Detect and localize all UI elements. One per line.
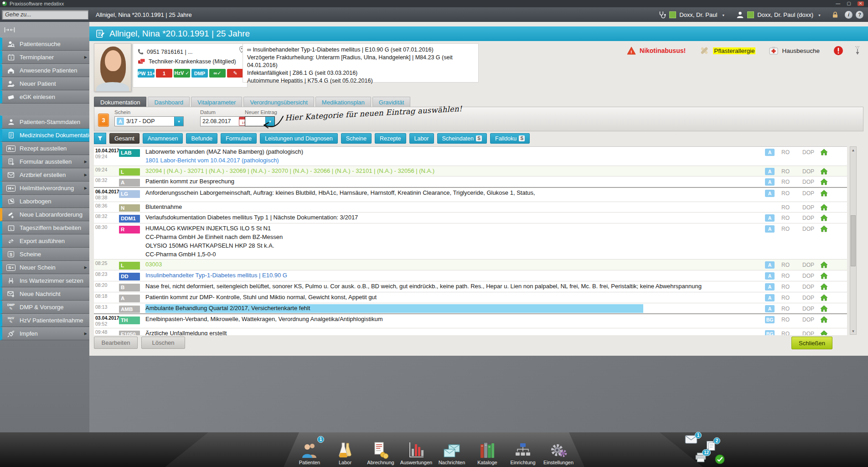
chevron-down-icon[interactable]: ▼ [818,14,821,17]
table-row[interactable]: 10.04.201709:24LABLaborwerte vorhanden (… [94,147,847,166]
minimize-icon[interactable]: — [836,1,840,6]
tab-dashboard[interactable]: Dashboard [148,97,190,107]
sidebar-item-neuer-patient[interactable]: Neuer Patient [0,77,89,90]
house-calls-alert: Hausbesuche [769,46,820,55]
table-row[interactable]: 08:18APatientin kommt zur DMP- Kontrolle… [94,292,847,303]
sidebar-collapse-icon[interactable] [4,26,18,33]
table-row[interactable]: 08:25L03003ARODOP [94,259,847,270]
scrollbar-thumb[interactable] [851,215,856,266]
filter-falldoku[interactable]: FalldokuS [490,133,530,144]
tab-verordnungsübersicht[interactable]: Verordnungsübersicht [243,97,314,107]
taskbar-item-labor[interactable]: Labor [329,440,362,466]
chevron-down-icon[interactable]: ▼ [174,117,183,126]
scroll-up-icon[interactable]: ▲ [850,147,856,153]
entry-text-cell: Ambulante Behandlung Quartal 2/2017, Ver… [145,304,761,313]
table-row[interactable]: 09:48F1050Ärztliche Unfallmeldung erstel… [94,328,847,335]
sidebar-item-export-ausführen[interactable]: Export ausführen [0,234,89,248]
tab-vitalparameter[interactable]: Vitalparameter [191,97,242,107]
entry-text-cell: Anforderungsschein Laborgemeinschaft, Au… [145,189,761,201]
table-row[interactable]: 09:24L32094 | (N.A.) - 32071 | (N.A.) - … [94,166,847,177]
vertical-scrollbar[interactable]: ▲ ▼ [850,146,857,335]
close-icon[interactable]: ✕ [858,1,864,6]
doctor-selector[interactable]: Doxx, Dr. Paul [679,11,717,18]
table-row[interactable]: 08:13AMBAmbulante Behandlung Quartal 2/2… [94,303,847,315]
sidebar-item-impfen[interactable]: Impfen▶ [0,327,89,340]
check-icon[interactable] [715,454,725,464]
lock-icon[interactable] [832,11,839,19]
datum-field[interactable]: 22.08.2017 15 [200,116,250,126]
table-row[interactable]: 08:32DDM1Verlaufsdokumentation Diabetes … [94,213,847,223]
filter-scheine[interactable]: Scheine [341,133,372,144]
sidebar-item-anwesende-patienten[interactable]: Anwesende Patienten [0,64,89,77]
patients-icon: 1 [293,440,326,459]
taskbar-item-label: Kataloge [471,460,504,465]
filter-formulare[interactable]: Formulare [221,133,257,144]
tab-medikationsplan[interactable]: Medikationsplan [315,97,371,107]
sidebar-item-heilmittelverordnung[interactable]: H+Heilmittelverordnung▶ [0,182,89,195]
filter-funnel-icon[interactable] [94,133,106,144]
phone-icon [138,49,144,55]
filter-rezepte[interactable]: Rezepte [375,133,406,144]
table-row[interactable]: 08:36NBlutentnahmeRODOP [94,202,847,213]
taskbar-item-nachrichten[interactable]: Nachrichten [435,440,468,466]
sidebar-item-arztbrief-erstellen[interactable]: Arztbrief erstellen▶ [0,168,89,182]
sidebar-item-neuer-schein[interactable]: S+Neuer Schein▶ [0,261,89,274]
sidebar-item-ins-wartezimmer-setzen[interactable]: Ins Wartezimmer setzen [0,274,89,287]
sidebar-item-terminplaner[interactable]: 1Terminplaner▶ [0,51,89,64]
goto-input[interactable]: Gehe zu... [2,10,88,20]
entry-flags-cell: RODOP [761,203,847,212]
sidebar-item-formular-ausstellen[interactable]: Formular ausstellen▶ [0,155,89,168]
sidebar-item-egk-einlesen[interactable]: eGK einlesen [0,90,89,104]
close-button[interactable]: Schließen [791,337,832,349]
sidebar-item-neue-nachricht[interactable]: Neue Nachricht [0,287,89,301]
entry-flags-cell: ARODOP [761,213,847,223]
edit-button[interactable]: Bearbeiten [94,337,138,349]
taskbar-item-abrechnung[interactable]: Abrechnung [364,440,397,466]
entry-type-badge: LG [119,190,140,198]
table-row[interactable]: 08:23DDInsulinbehandelter Typ-1-Diabetes… [94,270,847,281]
tab-dokumentation[interactable]: Dokumentation [94,97,146,107]
mail-icon[interactable]: 1 [685,435,698,444]
filter-scheindaten[interactable]: ScheindatenS [437,133,487,144]
filter-leistungen-und-diagnosen[interactable]: Leistungen und Diagnosen [260,133,338,144]
sidebar-item-tagesziffern-bearbeiten[interactable]: LTagesziffern bearbeiten [0,221,89,234]
table-row[interactable]: 03.04.201709:52THEnelbinpasten-Verband, … [94,314,847,328]
taskbar-item-einrichtung[interactable]: Einrichtung [506,440,539,466]
delete-button[interactable]: Löschen [141,337,185,349]
filter-anamnesen[interactable]: Anamnesen [143,133,183,144]
sidebar-item-medizinische-dokumentation[interactable]: Medizinische Dokumentation [0,129,89,142]
taskbar-item-kataloge[interactable]: Kataloge [471,440,504,466]
help-icon[interactable]: ? [856,11,863,19]
sidebar-item-patienten-stammdaten[interactable]: Patienten-Stammdaten [0,115,89,129]
taskbar-item-patienten[interactable]: 1Patienten [293,440,326,466]
collapse-pin-icon[interactable] [854,46,861,56]
tab-gravidität[interactable]: Gravidität [372,97,411,107]
sidebar-item-laborbogen[interactable]: Laborbogen [0,195,89,208]
table-row[interactable]: 08:20BNase frei, nicht deformiert, seite… [94,281,847,292]
house-icon [820,283,831,290]
sidebar-item-patientensuche[interactable]: Patientensuche [0,37,89,51]
scroll-down-icon[interactable]: ▼ [850,328,856,334]
taskbar-item-auswertungen[interactable]: Auswertungen [400,440,433,466]
maximize-icon[interactable]: ▢ [847,1,851,6]
table-row[interactable]: 06.04.201708:38LGAnforderungsschein Labo… [94,188,847,202]
filter-gesamt[interactable]: Gesamt [109,133,140,144]
taskbar-item-einstellungen[interactable]: Einstellungen [542,440,575,466]
sidebar-item-hzv-patiententeilnahme[interactable]: HzV✎HzV Patiententeilnahme [0,314,89,327]
user-selector[interactable]: Doxx, Dr. Paul (doxx) [757,11,813,18]
table-row[interactable]: 08:32APatientin kommt zur BesprechungARO… [94,176,847,188]
sidebar-item-scheine[interactable]: SScheine [0,248,89,261]
filter-labor[interactable]: Labor [409,133,434,144]
settings-gears-icon [542,440,575,459]
sidebar-item-dmp-vorsorge[interactable]: DMP✎DMP & Vorsorge [0,301,89,314]
sidebar-item-label: Arztbrief erstellen [20,171,66,178]
printer-icon[interactable]: 12 [695,452,707,462]
entry-text-cell: Nase frei, nicht deformiert, seitengleic… [145,282,761,291]
sidebar-item-neue-laboranforderung[interactable]: Neue Laboranforderung [0,208,89,221]
schein-select[interactable]: A 3/17 - DOP ▼ [114,116,184,126]
filter-befunde[interactable]: Befunde [186,133,217,144]
table-row[interactable]: 08:30RHUMALOG KWIKPEN INJEKTLSG ILO 5 St… [94,223,847,259]
sidebar-item-rezept-ausstellen[interactable]: R+Rezept ausstellen [0,142,89,155]
info-icon[interactable]: i [845,11,852,19]
chevron-down-icon[interactable]: ▼ [722,14,725,17]
